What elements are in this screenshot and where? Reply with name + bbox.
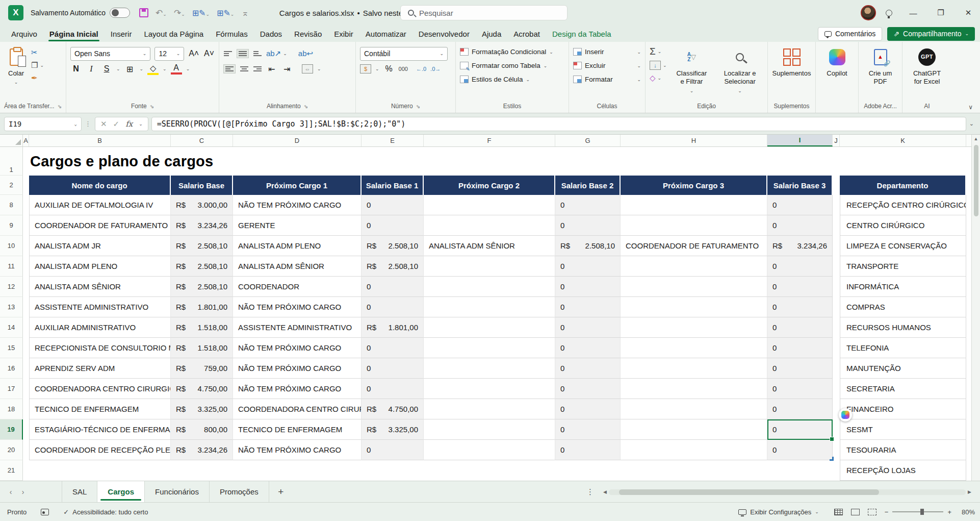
row-header-8[interactable]: 8 xyxy=(0,195,23,215)
find-select-button[interactable]: Localizar e Selecionar⌄ xyxy=(716,46,763,95)
zoom-slider-thumb[interactable] xyxy=(920,509,924,515)
cell-base-8[interactable]: R$3.000,00 xyxy=(171,195,233,215)
cell-sal2-11[interactable]: 0 xyxy=(555,256,621,277)
horizontal-scrollbar-thumb[interactable] xyxy=(619,489,879,495)
zoom-out-icon[interactable]: − xyxy=(885,508,889,516)
cell-J20[interactable] xyxy=(833,440,840,460)
cell-name-11[interactable]: ANALISTA ADM PLENO xyxy=(29,256,171,277)
row-header-11[interactable]: 11 xyxy=(0,256,23,277)
cell-name-15[interactable]: RECEPCIONISTA DE CONSULTORIO MÉDICO xyxy=(29,338,171,358)
cell-J13[interactable] xyxy=(833,297,840,317)
cell-next2-18[interactable] xyxy=(424,399,555,419)
bold-button[interactable]: N xyxy=(70,64,82,73)
cell-sal3-11[interactable]: 0 xyxy=(767,256,833,277)
table-header-5[interactable]: Próximo Cargo 2 xyxy=(424,176,555,195)
cell-dept-11[interactable]: TRANSPORTE xyxy=(840,256,966,277)
comma-style-icon[interactable]: 000 xyxy=(399,66,408,72)
row-header-15[interactable]: 15 xyxy=(0,338,23,358)
search-input[interactable]: Pesquisar xyxy=(400,5,568,20)
number-dialog-launcher-icon[interactable]: ⇘ xyxy=(416,104,420,109)
cell-name-17[interactable]: COORDENADORA CENTRO CIRURGICO xyxy=(29,379,171,399)
cell-A8[interactable] xyxy=(23,195,29,215)
normal-view-icon[interactable] xyxy=(834,509,843,515)
table-tool-icon-1[interactable]: ⊞✎⌄ xyxy=(192,8,210,18)
sheet-tab-funcionários[interactable]: Funcionários xyxy=(145,481,210,502)
table-tool-icon-2[interactable]: ⊞✎⌄ xyxy=(217,8,234,18)
table-header-1[interactable]: Nome do cargo xyxy=(29,176,171,195)
column-header-F[interactable]: F xyxy=(424,135,555,146)
cell-dept-12[interactable]: INFORMÁTICA xyxy=(840,277,966,297)
cell-J10[interactable] xyxy=(833,236,840,256)
cell-next1-11[interactable]: ANALISTA ADM SÊNIOR xyxy=(233,256,362,277)
cell-J9[interactable] xyxy=(833,215,840,236)
cell-sal3-17[interactable]: 0 xyxy=(767,379,833,399)
cell-name-13[interactable]: ASSISTENTE ADMINISTRATIVO xyxy=(29,297,171,317)
cell-A10[interactable] xyxy=(23,236,29,256)
cell-sal1-17[interactable]: 0 xyxy=(362,379,424,399)
tab-design-da-tabela[interactable]: Design da Tabela xyxy=(546,26,617,42)
format-as-table-button[interactable]: Formatar como Tabela⌄ xyxy=(460,59,564,72)
font-dialog-launcher-icon[interactable]: ⇘ xyxy=(150,104,154,109)
copilot-button[interactable]: Copilot xyxy=(822,46,851,79)
cell-sal3-9[interactable]: 0 xyxy=(767,215,833,236)
orientation-icon[interactable]: ab↗⌄ xyxy=(266,49,287,58)
column-header-C[interactable]: C xyxy=(171,135,233,146)
column-header-J[interactable]: J xyxy=(833,135,840,146)
cell-base-17[interactable]: R$4.750,00 xyxy=(171,379,233,399)
customize-quick-access-icon[interactable]: ⌅ xyxy=(241,8,248,18)
formula-input[interactable]: =SEERRO(PROCV([@[Próximo Cargo 3]];SAL!$… xyxy=(151,117,966,131)
cell-next1-9[interactable]: GERENTE xyxy=(233,215,362,236)
cell-sal3-19[interactable]: 0 xyxy=(767,419,833,440)
cell-A11[interactable] xyxy=(23,256,29,277)
font-color-icon[interactable]: A xyxy=(171,63,182,75)
paste-button[interactable]: Colar⌄ xyxy=(4,46,28,87)
increase-decimal-icon[interactable]: ←.0 xyxy=(416,66,426,72)
cancel-entry-icon[interactable]: ✕ xyxy=(100,119,107,129)
row-header-12[interactable]: 12 xyxy=(0,277,23,297)
cell-sal1-12[interactable]: 0 xyxy=(362,277,424,297)
insert-cells-button[interactable]: Inserir⌄ xyxy=(573,45,641,59)
cell-A20[interactable] xyxy=(23,440,29,460)
column-header-K[interactable]: K xyxy=(840,135,966,146)
vertical-scrollbar-thumb[interactable] xyxy=(974,145,978,216)
column-header-D[interactable]: D xyxy=(233,135,362,146)
font-size-select[interactable]: 12⌄ xyxy=(154,47,184,61)
table-header-4[interactable]: Salario Base 1 xyxy=(362,176,424,195)
wrap-text-icon[interactable]: ab↩ xyxy=(298,49,313,58)
align-right-icon[interactable] xyxy=(253,66,262,72)
cell-J11[interactable] xyxy=(833,256,840,277)
cell-dept-14[interactable]: RECURSOS HUMANOS xyxy=(840,317,966,338)
cell-A19[interactable] xyxy=(23,419,29,440)
cell-next3-14[interactable] xyxy=(621,317,767,338)
accounting-format-icon[interactable]: $ xyxy=(360,64,371,73)
column-header-E[interactable]: E xyxy=(362,135,424,146)
cell-sal1-9[interactable]: 0 xyxy=(362,215,424,236)
cell-sal3-12[interactable]: 0 xyxy=(767,277,833,297)
cell-next1-13[interactable]: NÃO TEM PRÓXIMO CARGO xyxy=(233,297,362,317)
expand-formula-bar-icon[interactable]: ⌄ xyxy=(969,120,976,127)
table-header-8[interactable]: Salario Base 3 xyxy=(767,176,833,195)
cell-next3-10[interactable]: COORDENADOR DE FATURAMENTO xyxy=(621,236,767,256)
cell-next1-16[interactable]: NÃO TEM PRÓXIMO CARGO xyxy=(233,358,362,379)
column-header-H[interactable]: H xyxy=(621,135,767,146)
cell-sal2-18[interactable]: 0 xyxy=(555,399,621,419)
cell-A12[interactable] xyxy=(23,277,29,297)
cell-sal3-20[interactable]: 0 xyxy=(767,440,833,460)
cell-sal1-16[interactable]: 0 xyxy=(362,358,424,379)
cell-name-16[interactable]: APRENDIZ SERV ADM xyxy=(29,358,171,379)
cell-next2-11[interactable] xyxy=(424,256,555,277)
cell-name-10[interactable]: ANALISTA ADM JR xyxy=(29,236,171,256)
cell-next1-14[interactable]: ASSISTENTE ADMINISTRATIVO xyxy=(233,317,362,338)
addins-button[interactable]: Suplementos xyxy=(768,46,815,79)
row-header-1[interactable]: 1 xyxy=(0,147,23,176)
scroll-right-icon[interactable]: ▶ xyxy=(968,489,971,494)
cell-name-19[interactable]: ESTAGIÁRIO-TÉCNICO DE ENFERMAGEM xyxy=(29,419,171,440)
row-header-2[interactable]: 2 xyxy=(0,176,23,195)
cell-sal2-14[interactable]: 0 xyxy=(555,317,621,338)
cell-J15[interactable] xyxy=(833,338,840,358)
cell-dept-18[interactable]: FINANCEIRO xyxy=(840,399,966,419)
row-header-14[interactable]: 14 xyxy=(0,317,23,338)
sheet-tab-cargos[interactable]: Cargos xyxy=(97,481,145,502)
cell-sal2-10[interactable]: R$2.508,10 xyxy=(555,236,621,256)
cell-next3-11[interactable] xyxy=(621,256,767,277)
